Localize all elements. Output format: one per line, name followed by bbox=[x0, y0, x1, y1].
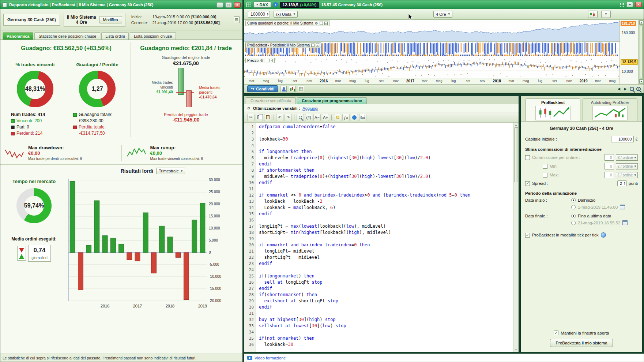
undo-icon[interactable]: ↶ bbox=[276, 114, 283, 121]
code-line[interactable] bbox=[259, 236, 513, 242]
maximize-button[interactable]: □ bbox=[225, 2, 232, 8]
code-text[interactable]: defparam cumulateorders=false lookback=3… bbox=[256, 123, 513, 352]
code-line[interactable]: endif bbox=[259, 261, 513, 267]
unit-select[interactable]: (x) Unità▾ bbox=[274, 11, 298, 18]
paste-icon[interactable] bbox=[264, 114, 271, 121]
wrench-icon[interactable]: ⚙ bbox=[260, 59, 263, 63]
chart-close-button[interactable]: × bbox=[635, 2, 642, 7]
wrench-icon[interactable]: ⚙ bbox=[315, 21, 318, 25]
calendar-icon[interactable] bbox=[622, 220, 628, 225]
price-pane[interactable]: Prezzo⚙× bbox=[244, 57, 619, 78]
redo-icon[interactable]: ↷ bbox=[285, 114, 292, 121]
commission-max-input[interactable]: 0 bbox=[605, 172, 614, 178]
code-line[interactable] bbox=[259, 267, 513, 273]
code-line[interactable]: endif bbox=[259, 211, 513, 217]
pane-close-icon[interactable]: × bbox=[316, 44, 319, 47]
code-line[interactable]: endif bbox=[259, 286, 513, 292]
commission-checkbox[interactable] bbox=[525, 155, 530, 160]
positions-pane[interactable]: ProBacktest - Posizioni: Il Mio Sistema× bbox=[244, 42, 619, 57]
commission-input[interactable]: 0 bbox=[605, 154, 614, 161]
close-button[interactable]: × bbox=[234, 2, 241, 8]
pane-detach-icon[interactable] bbox=[311, 44, 315, 47]
code-line[interactable] bbox=[259, 217, 513, 223]
code-line[interactable] bbox=[259, 130, 513, 136]
modify-button[interactable]: Modifica bbox=[99, 16, 122, 23]
rail-scrollbar[interactable] bbox=[640, 26, 643, 78]
scroll-up-icon[interactable]: ▲ bbox=[515, 123, 517, 127]
code-line[interactable]: midLevel= tradeprice(0)+(highest[30](hig… bbox=[259, 173, 513, 180]
zoom-in-icon[interactable]: + bbox=[636, 87, 641, 91]
code-line[interactable]: buy at highest[30](high) stop bbox=[259, 317, 513, 323]
code-line[interactable]: endif bbox=[259, 161, 513, 167]
code-line[interactable]: lookBack=30 bbox=[259, 342, 513, 348]
tab-probacktest[interactable]: ProBacktest bbox=[526, 98, 580, 121]
tab-programming-creation[interactable]: Creazione per programmazione bbox=[297, 97, 366, 104]
keep-open-checkbox[interactable]: ✓ bbox=[554, 331, 558, 335]
pane-close-icon[interactable]: × bbox=[324, 22, 328, 25]
pane-detach-icon[interactable] bbox=[265, 59, 268, 62]
run-backtest-button[interactable]: ProBacktesta il mio sistema bbox=[550, 339, 613, 347]
end-custom-date-radio[interactable] bbox=[571, 221, 576, 225]
add-variable-link[interactable]: Aggiungi bbox=[302, 106, 318, 111]
tick-mode-checkbox[interactable]: ✓ bbox=[525, 233, 530, 238]
tab-simplified-creation[interactable]: Creazione semplificata bbox=[246, 97, 296, 104]
print-icon[interactable] bbox=[359, 114, 366, 121]
minimize-button[interactable]: – bbox=[216, 2, 223, 8]
pane-detach-icon[interactable] bbox=[320, 22, 323, 25]
code-line[interactable] bbox=[259, 310, 513, 317]
report-titlebar[interactable]: Rapporto dettagliato | ProBacktest | Il … bbox=[0, 0, 242, 9]
period-select[interactable]: Trimestrale▾ bbox=[156, 168, 185, 174]
font-larger-icon[interactable]: A+ bbox=[322, 114, 329, 121]
code-line[interactable]: shortLiqPt = midLevel bbox=[259, 254, 513, 261]
scroll-right-icon[interactable]: ▶ bbox=[623, 87, 628, 91]
chart-titlebar[interactable]: ▾DAX i 12.139,5(+0,64%) 18.57.45 Germany… bbox=[244, 0, 644, 9]
code-line[interactable]: LookBack = max(lookBack, 6) bbox=[259, 205, 513, 211]
code-line[interactable]: endif bbox=[259, 180, 513, 186]
code-line[interactable]: if onmarket and barindex-tradeindex=0 th… bbox=[259, 242, 513, 248]
report-tab-3[interactable]: Lista ordini bbox=[101, 32, 129, 40]
cut-icon[interactable]: ✂ bbox=[247, 114, 255, 121]
start-from-beginning-radio[interactable] bbox=[571, 198, 576, 202]
code-line[interactable]: midLevel= tradeprice(0)-(highest[30](hig… bbox=[259, 155, 513, 161]
zoom-out-icon[interactable]: − bbox=[630, 87, 634, 91]
code-line[interactable]: if onmarket <> 0 and barindex-tradeindex… bbox=[259, 192, 513, 198]
code-line[interactable]: endif bbox=[259, 304, 513, 310]
report-tab-4[interactable]: Lista posizioni chiuse bbox=[130, 32, 176, 40]
calendar-icon[interactable] bbox=[620, 205, 625, 209]
code-line[interactable]: if(shortonmarket) then bbox=[259, 292, 513, 298]
commission-max-unit-select[interactable]: € / ordine▾ bbox=[616, 172, 638, 178]
stepper-down-icon[interactable]: ▼ bbox=[267, 14, 269, 16]
editor-scrollbar[interactable]: ▲ ▼ bbox=[513, 123, 519, 352]
mini-chart-icon[interactable] bbox=[289, 86, 295, 92]
equity-pane[interactable]: Curva guadagni e perdite: Il Mio Sistema… bbox=[244, 20, 619, 42]
code-line[interactable]: lookback=30 bbox=[259, 136, 513, 142]
commission-min-checkbox[interactable] bbox=[543, 164, 547, 169]
hint-icon[interactable] bbox=[334, 114, 341, 121]
search-icon[interactable] bbox=[297, 114, 304, 121]
layout-grid-icon[interactable] bbox=[246, 3, 251, 7]
code-line[interactable]: longLiqPt = max(lowest[lookback](low), m… bbox=[259, 223, 513, 229]
code-line[interactable]: if(longonmarket) then bbox=[259, 273, 513, 279]
scrollbar-thumb[interactable] bbox=[514, 127, 518, 182]
timeframe-select[interactable]: 4 Ore▾ bbox=[433, 11, 452, 18]
code-line[interactable]: shortLiqPt= min(highest[lookback](high),… bbox=[259, 229, 513, 236]
line-number-toggle-icon[interactable]: (#) bbox=[305, 114, 312, 121]
code-line[interactable]: if shortonmarket then bbox=[259, 167, 513, 173]
commission-min-unit-select[interactable]: € / ordine▾ bbox=[616, 163, 638, 169]
price-chart[interactable] bbox=[244, 57, 619, 78]
report-tab-1[interactable]: Panoramica bbox=[3, 32, 33, 40]
stepper-down-icon[interactable]: ▼ bbox=[624, 183, 626, 185]
info-icon[interactable]: i bbox=[273, 2, 278, 7]
workspace-grid-icon[interactable] bbox=[298, 86, 304, 92]
code-line[interactable]: if longonmarket then bbox=[259, 149, 513, 155]
code-line[interactable] bbox=[259, 186, 513, 192]
code-line[interactable] bbox=[259, 142, 513, 149]
rail-down-icon[interactable]: ▼ bbox=[639, 79, 643, 83]
video-training-link[interactable]: Video formazione bbox=[255, 356, 286, 360]
chart-style-dropdown[interactable]: ▾ bbox=[601, 11, 611, 18]
code-line[interactable] bbox=[259, 329, 513, 335]
end-last-data-radio[interactable] bbox=[571, 214, 576, 218]
capital-input[interactable]: 100000 bbox=[611, 136, 634, 142]
report-options-icon[interactable] bbox=[234, 16, 240, 23]
code-line[interactable]: sellshort at lowest[30](low) stop bbox=[259, 323, 513, 329]
